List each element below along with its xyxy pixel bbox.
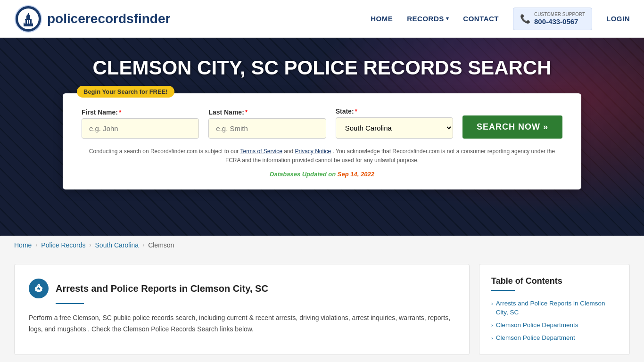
- breadcrumb-sep-2: ›: [90, 242, 91, 248]
- table-of-contents: Table of Contents › Arrests and Police R…: [479, 264, 630, 355]
- first-name-label: First Name:*: [82, 108, 199, 116]
- toc-title: Table of Contents: [491, 276, 618, 286]
- section-icon: [29, 279, 49, 298]
- main-content: Arrests and Police Reports in Clemson Ci…: [0, 255, 644, 362]
- last-name-label: Last Name:*: [208, 108, 326, 116]
- logo-text: policerecordsfinder: [47, 11, 170, 26]
- svg-rect-8: [29, 20, 30, 24]
- toc-arrow-3: ›: [491, 335, 493, 342]
- toc-item-3[interactable]: › Clemson Police Department: [491, 334, 618, 343]
- state-group: State:* South Carolina Alabama Alaska Ar…: [336, 107, 453, 139]
- section-title: Arrests and Police Reports in Clemson Ci…: [56, 283, 268, 294]
- records-chevron: ▾: [446, 16, 449, 22]
- section-header: Arrests and Police Reports in Clemson Ci…: [29, 279, 455, 298]
- breadcrumb-sep-1: ›: [35, 242, 37, 248]
- logo[interactable]: policerecordsfinder: [14, 5, 170, 33]
- svg-rect-7: [27, 20, 28, 24]
- state-select[interactable]: South Carolina Alabama Alaska Arizona Ar…: [336, 117, 453, 139]
- support-number: 800-433-0567: [534, 17, 585, 26]
- last-name-group: Last Name:*: [208, 108, 326, 139]
- support-label: CUSTOMER SUPPORT: [534, 12, 585, 17]
- nav-home[interactable]: HOME: [371, 15, 393, 23]
- svg-rect-6: [25, 20, 25, 24]
- toc-arrow-2: ›: [491, 322, 493, 329]
- nav-login[interactable]: LOGIN: [606, 15, 630, 23]
- breadcrumb: Home › Police Records › South Carolina ›…: [0, 236, 644, 255]
- first-name-input[interactable]: [82, 118, 199, 139]
- main-nav: HOME RECORDS ▾ CONTACT 📞 CUSTOMER SUPPOR…: [371, 8, 630, 30]
- page-title: CLEMSON CITY, SC POLICE RECORDS SEARCH: [92, 57, 551, 79]
- breadcrumb-state[interactable]: South Carolina: [95, 241, 139, 249]
- toc-list: › Arrests and Police Reports in Clemson …: [491, 299, 618, 343]
- hero-section: CLEMSON CITY, SC POLICE RECORDS SEARCH B…: [0, 38, 644, 236]
- svg-rect-9: [32, 20, 33, 24]
- hero-content: CLEMSON CITY, SC POLICE RECORDS SEARCH B…: [39, 57, 605, 189]
- search-fields: First Name:* Last Name:* State:* South: [82, 107, 562, 139]
- search-card: Begin Your Search for FREE! First Name:*…: [63, 93, 581, 189]
- nav-contact[interactable]: CONTACT: [463, 15, 499, 23]
- db-date: Sep 14, 2022: [338, 171, 374, 178]
- toc-divider: [491, 290, 515, 291]
- privacy-link[interactable]: Privacy Notice: [295, 148, 331, 155]
- breadcrumb-sep-3: ›: [142, 242, 144, 248]
- nav-records[interactable]: RECORDS ▾: [407, 15, 449, 23]
- content-left: Arrests and Police Reports in Clemson Ci…: [14, 264, 470, 355]
- section-divider: [56, 303, 84, 304]
- breadcrumb-police-records[interactable]: Police Records: [41, 241, 85, 249]
- section-body: Perform a free Clemson, SC public police…: [29, 313, 455, 335]
- breadcrumb-current: Clemson: [148, 241, 174, 249]
- site-header: policerecordsfinder HOME RECORDS ▾ CONTA…: [0, 0, 644, 38]
- state-label: State:*: [336, 107, 453, 115]
- toc-arrow-1: ›: [491, 300, 493, 307]
- toc-item-1[interactable]: › Arrests and Police Reports in Clemson …: [491, 299, 618, 317]
- logo-icon: [14, 5, 42, 33]
- toc-item-2[interactable]: › Clemson Police Departments: [491, 321, 618, 330]
- badge-icon: [33, 283, 44, 294]
- free-badge: Begin Your Search for FREE!: [77, 86, 174, 98]
- last-name-input[interactable]: [208, 118, 326, 139]
- first-name-group: First Name:*: [82, 108, 199, 139]
- support-button[interactable]: 📞 CUSTOMER SUPPORT 800-433-0567: [513, 8, 592, 30]
- db-updated: Databases Updated on Sep 14, 2022: [82, 171, 562, 178]
- disclaimer-text: Conducting a search on Recordsfinder.com…: [82, 147, 562, 165]
- breadcrumb-home[interactable]: Home: [14, 241, 32, 249]
- terms-link[interactable]: Terms of Service: [240, 148, 282, 155]
- phone-icon: 📞: [520, 14, 530, 24]
- search-button[interactable]: SEARCH NOW »: [462, 115, 562, 139]
